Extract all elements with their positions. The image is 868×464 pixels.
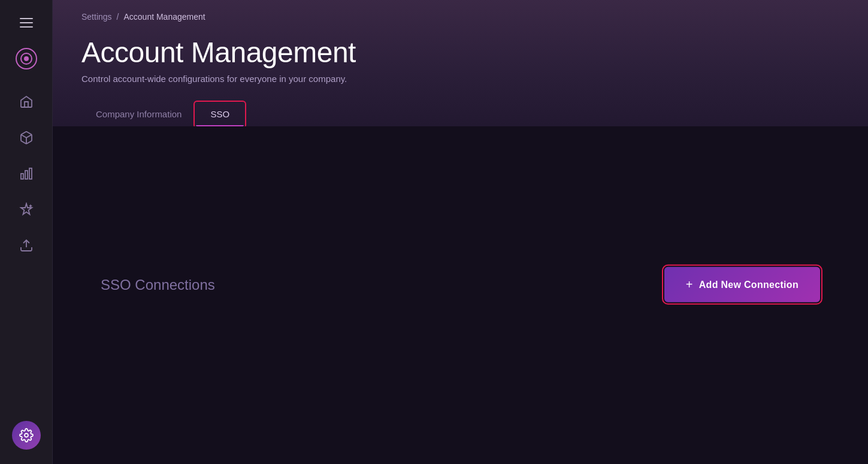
- page-title: Account Management: [81, 36, 839, 69]
- svg-rect-4: [25, 171, 28, 179]
- breadcrumb-current: Account Management: [123, 12, 205, 22]
- sidebar-item-analytics[interactable]: [11, 158, 42, 189]
- app-logo[interactable]: [13, 46, 40, 72]
- sso-connections-label: SSO Connections: [101, 276, 215, 293]
- plus-icon: +: [686, 278, 693, 292]
- tab-sso[interactable]: SSO: [196, 103, 244, 126]
- settings-button[interactable]: [12, 421, 41, 450]
- sso-connections-section: SSO Connections + Add New Connection: [53, 267, 868, 302]
- svg-point-7: [25, 433, 28, 437]
- page-subtitle: Control account-wide configurations for …: [81, 74, 839, 84]
- breadcrumb-settings[interactable]: Settings: [81, 12, 112, 22]
- content-area: SSO Connections + Add New Connection: [53, 126, 868, 464]
- tabs: Company Information SSO: [81, 103, 839, 126]
- svg-rect-3: [21, 174, 23, 179]
- breadcrumb: Settings / Account Management: [81, 12, 839, 22]
- hamburger-line-1: [20, 18, 33, 19]
- hamburger-menu[interactable]: [13, 10, 40, 36]
- sidebar-bottom: [12, 421, 41, 454]
- hamburger-line-3: [20, 26, 33, 28]
- breadcrumb-separator: /: [117, 12, 119, 22]
- logo-icon: [16, 48, 37, 69]
- main-content: Settings / Account Management Account Ma…: [53, 0, 868, 464]
- sidebar-item-objects[interactable]: [11, 122, 42, 153]
- sidebar: [0, 0, 53, 464]
- hamburger-line-2: [20, 22, 33, 23]
- svg-rect-5: [29, 168, 32, 179]
- svg-point-1: [24, 56, 29, 61]
- sidebar-item-home[interactable]: [11, 86, 42, 117]
- tab-company-information[interactable]: Company Information: [81, 103, 196, 126]
- sidebar-item-upload[interactable]: [11, 230, 42, 261]
- sidebar-item-ai[interactable]: [11, 194, 42, 225]
- sidebar-nav: [11, 86, 42, 421]
- header-area: Settings / Account Management Account Ma…: [53, 0, 868, 126]
- add-new-connection-button[interactable]: + Add New Connection: [664, 267, 820, 302]
- add-connection-label: Add New Connection: [699, 279, 799, 290]
